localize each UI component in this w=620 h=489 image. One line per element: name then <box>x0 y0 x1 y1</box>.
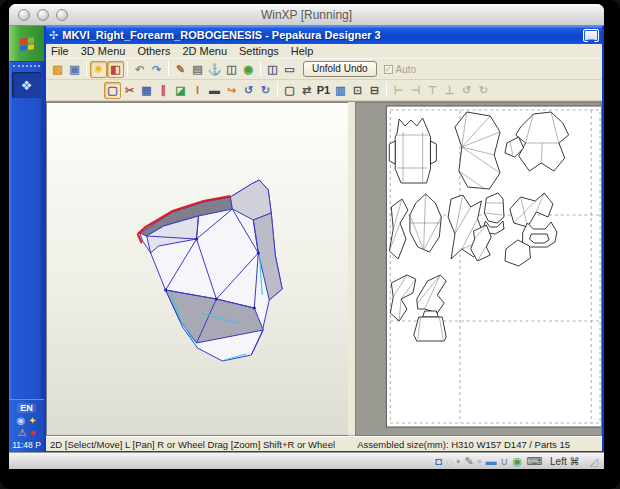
3d-view[interactable] <box>46 102 348 436</box>
security-key-icon[interactable]: ✦ <box>28 415 36 426</box>
optical-disc-icon[interactable]: ◌ <box>446 456 453 467</box>
taskbar-separator <box>13 65 40 67</box>
texture-cube-icon[interactable]: ◧ <box>107 61 124 78</box>
light-toggle-icon[interactable]: ☀ <box>90 61 107 78</box>
pen-tool-icon[interactable]: ✎ <box>172 61 189 78</box>
vm-window: WinXP [Running] ❖ EN ◉✦⚠● <box>9 4 604 469</box>
menu-settings[interactable]: Settings <box>239 45 279 57</box>
display-icon[interactable]: ▬ <box>486 456 497 467</box>
system-tray: EN ◉✦⚠● 11:48 P <box>9 399 44 452</box>
app-titlebar: ✣ MKVI_Right_Forearm_ROBOGENESIS - Pepak… <box>46 26 602 44</box>
vm-status-icons: ◘◌▪✎▫▬∪◉⌨ <box>435 456 542 467</box>
auto-checkbox-label: Auto <box>396 64 417 75</box>
ruler-icon[interactable]: ⊟ <box>366 82 383 99</box>
app-title: MKVI_Right_Forearm_ROBOGENESIS - Pepakur… <box>62 29 579 41</box>
main-toolbar: ▨▣☀◧↶↷✎▤⚓◫◉◫▭ Unfold Undo ✓ Auto <box>46 59 602 80</box>
main-toolbar-icons: ▨▣☀◧↶↷✎▤⚓◫◉◫▭ <box>49 61 298 78</box>
select-rect-icon[interactable]: ▢ <box>281 82 298 99</box>
layout-both-views-icon[interactable]: ◫ <box>264 61 281 78</box>
view-splitter[interactable] <box>348 102 355 436</box>
clipboard-icon[interactable]: ▫ <box>478 456 482 467</box>
edit-flaps-icon[interactable]: ✂ <box>121 82 138 99</box>
host-key-label: Left ⌘ <box>550 456 579 467</box>
align-bottom-icon: ⊥ <box>441 82 458 99</box>
pepakura-window: ✣ MKVI_Right_Forearm_ROBOGENESIS - Pepak… <box>44 26 604 452</box>
open-file-icon[interactable]: ▨ <box>49 61 66 78</box>
select-move-tool-icon[interactable]: ▢ <box>104 82 121 99</box>
toolbar-separator <box>86 61 87 76</box>
rotate-cw-icon[interactable]: ↻ <box>257 82 274 99</box>
rotate-left-disabled-icon: ↺ <box>458 82 475 99</box>
screenshot-root: WinXP [Running] ❖ EN ◉✦⚠● <box>0 0 620 489</box>
move-part-icon[interactable]: ↪ <box>223 82 240 99</box>
auto-checkbox-box: ✓ <box>384 65 393 74</box>
menu-3d-menu[interactable]: 3D Menu <box>81 45 126 57</box>
tray-icons: ◉✦⚠● <box>12 415 42 438</box>
pepakura-app-icon: ✣ <box>49 30 58 41</box>
toolbar-separator <box>277 82 278 97</box>
usb-icon[interactable]: ∪ <box>501 456 509 467</box>
align-top-icon: ⊤ <box>424 82 441 99</box>
align-left-icon: ⊢ <box>390 82 407 99</box>
tablet-pen-icon[interactable]: ✎ <box>464 456 473 467</box>
redo-icon[interactable]: ↷ <box>148 61 165 78</box>
status-hint: 2D [Select/Move] L [Pan] R or Wheel Drag… <box>50 439 335 450</box>
language-indicator[interactable]: EN <box>17 403 36 413</box>
part-box-icon[interactable]: ◫ <box>223 61 240 78</box>
xp-desktop: ❖ EN ◉✦⚠● 11:48 P ✣ MKVI_Right_Forearm_R… <box>9 26 604 452</box>
pattern-piece-8[interactable] <box>484 193 504 223</box>
2d-toolbar-icons: ▢✂▦∥◪I▬↪↺↻▢⇄P1▥⊡⊟⊢⊣⊤⊥↺↻ <box>104 82 492 99</box>
work-area <box>46 101 602 436</box>
app-minimize-button[interactable]: ▂ <box>583 29 599 42</box>
undo-icon[interactable]: ↶ <box>131 61 148 78</box>
toolbar-separator <box>168 61 169 76</box>
rotate-ccw-icon[interactable]: ↺ <box>240 82 257 99</box>
2d-view[interactable] <box>355 102 602 436</box>
page-number-icon[interactable]: P1 <box>315 82 332 99</box>
auto-checkbox[interactable]: ✓ Auto <box>384 64 417 75</box>
check-sheet-icon[interactable]: ⊡ <box>349 82 366 99</box>
draw-lines-icon[interactable]: ∥ <box>155 82 172 99</box>
unfold-undo-button[interactable]: Unfold Undo <box>303 61 377 77</box>
network-icon[interactable]: ◉ <box>513 456 523 467</box>
pattern-sheet <box>356 103 601 435</box>
glue-tab-icon[interactable]: ◪ <box>172 82 189 99</box>
text-tool-icon[interactable]: I <box>189 82 206 99</box>
arrange-parts-icon[interactable]: ⇄ <box>298 82 315 99</box>
layout-single-view-icon[interactable]: ▭ <box>281 61 298 78</box>
harddisk-icon[interactable]: ◘ <box>435 456 442 467</box>
menu-file[interactable]: File <box>51 45 69 57</box>
xp-taskbar: ❖ EN ◉✦⚠● 11:48 P <box>9 26 44 452</box>
status-bar: 2D [Select/Move] L [Pan] R or Wheel Drag… <box>46 436 602 451</box>
taskbar-item-pepakura[interactable]: ❖ <box>12 72 41 98</box>
taskbar-empty-area <box>9 100 44 399</box>
antivirus-icon[interactable]: ● <box>29 427 35 438</box>
start-button[interactable] <box>9 26 44 62</box>
toolbar-separator <box>386 82 387 97</box>
print-icon[interactable]: ▤ <box>189 61 206 78</box>
toolbar-separator <box>127 61 128 76</box>
floppy-icon[interactable]: ▪ <box>456 456 460 467</box>
image-box-icon[interactable]: ▬ <box>206 82 223 99</box>
windows-flag-icon <box>20 37 34 50</box>
resize-grip[interactable]: ◿ <box>590 455 598 468</box>
keyboard-capture-icon[interactable]: ⌨ <box>526 456 542 467</box>
menu-others[interactable]: Others <box>137 45 170 57</box>
texture-display-icon[interactable]: ▦ <box>138 82 155 99</box>
3d-model <box>47 103 348 435</box>
volume-icon[interactable]: ◉ <box>16 415 25 426</box>
scale-chart-icon[interactable]: ▥ <box>332 82 349 99</box>
security-alert-icon[interactable]: ⚠ <box>17 427 26 438</box>
save-file-icon[interactable]: ▣ <box>66 61 83 78</box>
rotate-right-disabled-icon: ↻ <box>475 82 492 99</box>
menu-2d-menu[interactable]: 2D Menu <box>182 45 227 57</box>
align-right-icon: ⊣ <box>407 82 424 99</box>
clock: 11:48 P <box>12 440 41 450</box>
assembled-size: Assembled size(mm): H310 W157 D147 / Par… <box>357 439 570 450</box>
2d-toolbar: ▢✂▦∥◪I▬↪↺↻▢⇄P1▥⊡⊟⊢⊣⊤⊥↺↻ <box>46 80 602 101</box>
joint-point-icon[interactable]: ◉ <box>240 61 257 78</box>
menu-help[interactable]: Help <box>291 45 314 57</box>
vm-titlebar: WinXP [Running] <box>9 4 604 26</box>
menu-bar: File3D MenuOthers2D MenuSettingsHelp <box>46 44 602 59</box>
anchor-icon[interactable]: ⚓ <box>206 61 223 78</box>
